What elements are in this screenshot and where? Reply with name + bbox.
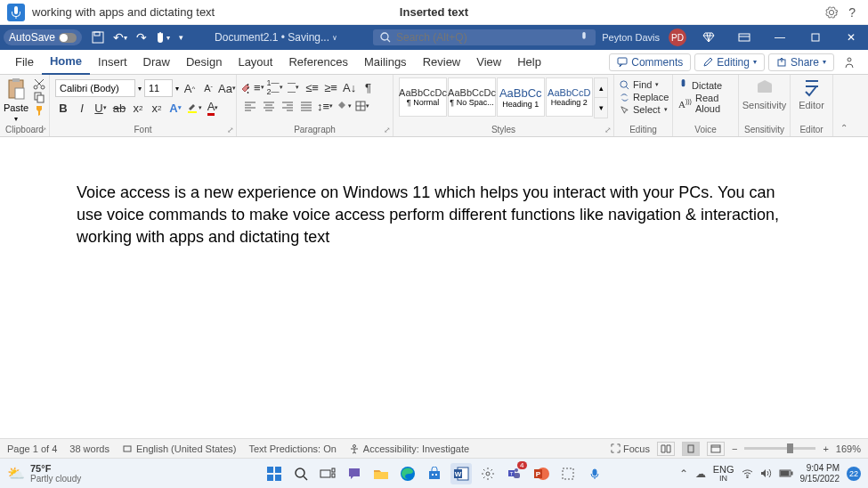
underline-button[interactable]: U▾ (93, 100, 109, 116)
align-center-button[interactable] (261, 98, 277, 114)
share-button[interactable]: Share▾ (768, 53, 834, 71)
snip-button[interactable] (557, 463, 579, 484)
styles-more-button[interactable]: ▾ (595, 98, 607, 118)
tray-chevron[interactable]: ⌃ (679, 468, 688, 480)
font-name-select[interactable] (55, 79, 135, 97)
style-no-spacing[interactable]: AaBbCcDc¶ No Spac... (448, 77, 496, 117)
minimize-button[interactable]: — (767, 25, 793, 50)
increase-font-button[interactable]: A^ (182, 80, 198, 96)
word-button[interactable]: W (450, 463, 472, 484)
user-avatar[interactable]: PD (669, 28, 686, 46)
numbering-button[interactable]: 1—2—▾ (267, 79, 283, 95)
close-button[interactable]: ✕ (838, 25, 864, 50)
status-language[interactable]: English (United States) (122, 443, 237, 454)
style-heading2[interactable]: AaBbCcDHeading 2 (546, 77, 594, 117)
volume-icon[interactable] (760, 468, 772, 478)
search-input[interactable] (396, 31, 574, 44)
italic-button[interactable]: I (74, 100, 90, 116)
format-painter-button[interactable] (33, 104, 45, 117)
cut-button[interactable] (33, 77, 45, 90)
tab-design[interactable]: Design (178, 50, 230, 75)
explorer-button[interactable] (370, 463, 392, 484)
zoom-slider[interactable] (744, 447, 815, 450)
chat-button[interactable] (344, 463, 365, 484)
highlight-button[interactable]: ▾ (186, 100, 202, 116)
superscript-button[interactable]: x2 (149, 100, 165, 116)
zoom-out-button[interactable]: − (732, 443, 737, 454)
tab-review[interactable]: Review (415, 50, 469, 75)
style-heading1[interactable]: AaBbCcHeading 1 (497, 77, 545, 117)
read-mode-button[interactable] (657, 442, 675, 456)
sort-button[interactable]: A↓ (342, 79, 358, 95)
quick-access-more[interactable]: ▾ (151, 32, 174, 43)
shading-button[interactable]: ▾ (336, 98, 352, 114)
tab-home[interactable]: Home (42, 50, 90, 75)
read-aloud-button[interactable]: A)))Read Aloud (678, 93, 733, 114)
font-size-select[interactable] (144, 79, 173, 97)
maximize-button[interactable] (802, 25, 829, 50)
styles-up-button[interactable]: ▴ (595, 78, 607, 98)
comments-button[interactable]: Comments (609, 53, 691, 71)
document-canvas[interactable]: Voice access is a new experience on Wind… (0, 137, 868, 438)
search-box[interactable] (373, 29, 596, 45)
tab-layout[interactable]: Layout (230, 50, 280, 75)
status-page[interactable]: Page 1 of 4 (7, 443, 57, 454)
clock[interactable]: 9:04 PM9/15/2022 (800, 463, 840, 484)
decrease-indent-button[interactable]: ≤≡ (304, 79, 320, 95)
copy-button[interactable] (33, 91, 45, 103)
justify-button[interactable] (298, 98, 314, 114)
print-layout-button[interactable] (682, 442, 700, 456)
align-left-button[interactable] (242, 98, 258, 114)
collapse-ribbon-button[interactable]: ⌃ (833, 75, 855, 136)
multilevel-button[interactable]: — —▾ (286, 79, 302, 95)
undo-button[interactable]: ↶▾ (109, 30, 132, 45)
bullets-button[interactable]: ⋮≡▾ (242, 79, 264, 95)
notification-badge[interactable]: 22 (847, 467, 861, 481)
borders-button[interactable]: ▾ (354, 98, 370, 114)
status-words[interactable]: 38 words (69, 443, 110, 454)
paste-button[interactable]: Paste ▾ (4, 77, 28, 123)
ribbon-display-button[interactable] (731, 25, 758, 50)
tab-draw[interactable]: Draw (135, 50, 178, 75)
bold-button[interactable]: B (55, 100, 71, 116)
zoom-in-button[interactable]: + (823, 443, 828, 454)
weather-widget[interactable]: ⛅ 75°FPartly cloudy (7, 463, 81, 484)
subscript-button[interactable]: x2 (130, 100, 146, 116)
editor-button[interactable]: Editor (790, 77, 834, 110)
voice-help-button[interactable]: ? (843, 5, 861, 20)
ink-replay-button[interactable] (838, 56, 861, 69)
powerpoint-button[interactable]: P (531, 463, 552, 484)
user-name[interactable]: Peyton Davis (602, 32, 660, 43)
wifi-icon[interactable] (742, 468, 753, 478)
tab-insert[interactable]: Insert (90, 50, 135, 75)
store-button[interactable] (424, 463, 445, 484)
battery-icon[interactable] (779, 469, 793, 477)
web-layout-button[interactable] (707, 442, 725, 456)
styles-launcher[interactable]: ⤢ (604, 126, 612, 134)
language-indicator[interactable]: ENGIN (713, 464, 734, 484)
coming-soon-button[interactable] (695, 25, 722, 50)
clipboard-launcher[interactable]: ⤢ (40, 126, 47, 134)
voice-settings-button[interactable] (820, 6, 843, 19)
change-case-button[interactable]: Aa▾ (219, 80, 235, 96)
status-accessibility[interactable]: Accessibility: Investigate (349, 443, 469, 454)
strikethrough-button[interactable]: ab (111, 100, 127, 116)
decrease-font-button[interactable]: Aˇ (200, 80, 216, 96)
text-effects-button[interactable]: A▾ (167, 100, 183, 116)
start-button[interactable] (264, 463, 285, 484)
edge-button[interactable] (397, 463, 418, 484)
teams-button[interactable]: T4 (504, 463, 525, 484)
microphone-button[interactable] (7, 4, 25, 21)
search-taskbar-button[interactable] (290, 463, 312, 484)
status-predictions[interactable]: Text Predictions: On (248, 443, 336, 454)
line-spacing-button[interactable]: ↕≡▾ (317, 98, 333, 114)
qat-customize[interactable]: ▾ (174, 33, 188, 42)
document-name[interactable]: Document2.1 • Saving... (215, 31, 329, 44)
replace-button[interactable]: Replace (620, 92, 669, 102)
tab-references[interactable]: References (280, 50, 355, 75)
tab-file[interactable]: File (7, 50, 42, 75)
autosave-toggle[interactable]: AutoSave (4, 29, 82, 45)
tab-view[interactable]: View (468, 50, 509, 75)
zoom-level[interactable]: 169% (836, 443, 861, 454)
save-button[interactable] (87, 31, 109, 44)
